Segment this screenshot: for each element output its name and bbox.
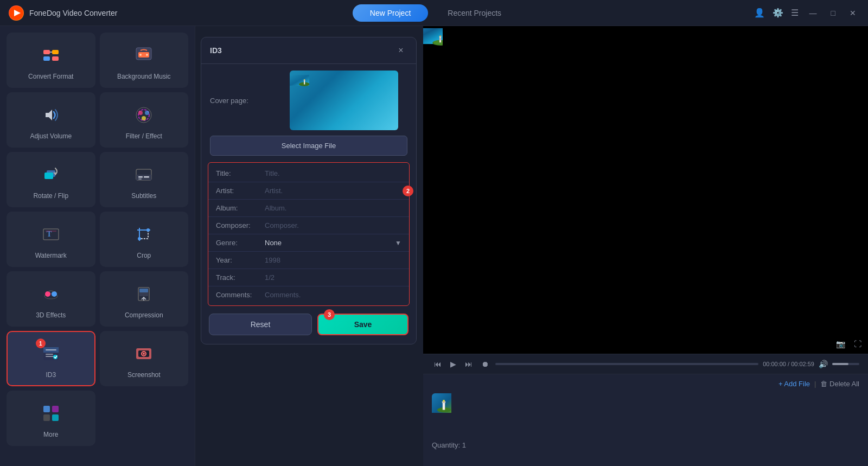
year-input[interactable] bbox=[265, 256, 401, 264]
sidebar-item-more[interactable]: More bbox=[7, 391, 95, 446]
genre-label: Genre: bbox=[216, 239, 265, 247]
comments-input[interactable] bbox=[265, 291, 401, 299]
3d-effects-label: 3D Effects bbox=[36, 311, 66, 319]
svg-point-12 bbox=[138, 111, 143, 115]
save-badge: 3 bbox=[324, 309, 335, 320]
minimize-button[interactable]: — bbox=[806, 8, 820, 18]
crop-icon-box bbox=[131, 221, 157, 247]
svg-rect-66 bbox=[439, 36, 441, 36]
time-current: 00:00:00 bbox=[763, 361, 786, 367]
skip-forward-btn[interactable]: ⏭ bbox=[463, 359, 475, 369]
title-input[interactable] bbox=[265, 169, 401, 177]
id3-fields: Title: Artist: 2 Album: Composer: bbox=[208, 162, 410, 306]
reset-button[interactable]: Reset bbox=[209, 314, 312, 335]
titlebar-center: New Project Recent Projects bbox=[353, 4, 519, 22]
genre-select[interactable]: None Pop Rock Jazz Classical bbox=[265, 239, 395, 247]
add-file-button[interactable]: + Add File bbox=[778, 380, 810, 388]
svg-point-32 bbox=[45, 291, 50, 297]
watermark-icon-box: T bbox=[38, 221, 64, 247]
volume-bar[interactable] bbox=[832, 363, 859, 365]
id3-dialog: ID3 × Cover page: bbox=[201, 37, 417, 344]
fullscreen-corner-btn[interactable]: ⛶ bbox=[852, 339, 864, 349]
recent-projects-tab[interactable]: Recent Projects bbox=[430, 4, 519, 22]
svg-rect-53 bbox=[304, 80, 305, 85]
new-project-tab[interactable]: New Project bbox=[353, 4, 428, 22]
svg-rect-55 bbox=[304, 79, 305, 80]
sidebar-item-subtitles[interactable]: Subtitles bbox=[100, 152, 189, 207]
id3-label: ID3 bbox=[46, 371, 56, 379]
sidebar-item-background-music[interactable]: Background Music bbox=[100, 33, 189, 88]
sidebar-item-rotate-flip[interactable]: Rotate / Flip bbox=[7, 152, 95, 207]
more-icon-box bbox=[38, 400, 64, 426]
svg-rect-2 bbox=[43, 50, 50, 54]
play-btn[interactable]: ▶ bbox=[448, 359, 458, 369]
select-image-button[interactable]: Select Image File bbox=[210, 136, 407, 156]
volume-icon[interactable]: 🔊 bbox=[819, 360, 828, 368]
sidebar-item-3d-effects[interactable]: 3D Effects bbox=[7, 271, 95, 327]
svg-rect-36 bbox=[139, 289, 148, 292]
svg-rect-47 bbox=[43, 406, 50, 412]
cover-image bbox=[290, 71, 398, 130]
artist-label: Artist: bbox=[216, 187, 265, 195]
genre-wrapper: None Pop Rock Jazz Classical ▼ bbox=[265, 239, 401, 247]
genre-dropdown-icon: ▼ bbox=[395, 239, 401, 247]
sidebar-item-compression[interactable]: Compression bbox=[100, 271, 189, 327]
cover-page-label: Cover page: bbox=[210, 97, 248, 105]
artist-row: Artist: 2 bbox=[208, 182, 409, 200]
svg-point-30 bbox=[138, 237, 141, 240]
subtitles-icon-box bbox=[131, 162, 157, 188]
sidebar: Convert Format Background Music bbox=[0, 26, 195, 466]
sidebar-item-crop[interactable]: Crop bbox=[100, 212, 189, 267]
svg-rect-40 bbox=[46, 354, 53, 355]
screenshot-icon-box bbox=[131, 341, 157, 367]
quantity-text: Quantity: 1 bbox=[432, 441, 859, 449]
sidebar-item-convert-format[interactable]: Convert Format bbox=[7, 33, 95, 88]
track-label: Track: bbox=[216, 273, 265, 282]
progress-bar[interactable] bbox=[495, 363, 758, 365]
title-row: Title: bbox=[208, 165, 409, 182]
close-button[interactable]: ✕ bbox=[846, 8, 859, 18]
user-icon[interactable]: 👤 bbox=[754, 8, 765, 18]
sidebar-item-filter-effect[interactable]: Filter / Effect bbox=[100, 92, 189, 148]
sidebar-item-watermark[interactable]: T Watermark bbox=[7, 212, 95, 267]
video-controls: ⏮ ▶ ⏭ ⏺ 00:00:00 / 00:02:59 🔊 bbox=[423, 354, 868, 374]
menu-icon[interactable]: ☰ bbox=[791, 8, 799, 18]
rotate-flip-label: Rotate / Flip bbox=[33, 192, 68, 200]
track-input[interactable] bbox=[265, 273, 401, 282]
composer-label: Composer: bbox=[216, 221, 265, 229]
delete-all-button[interactable]: 🗑 Delete All bbox=[820, 380, 859, 388]
sidebar-item-adjust-volume[interactable]: Adjust Volume bbox=[7, 92, 95, 148]
svg-rect-73 bbox=[442, 401, 445, 403]
svg-point-13 bbox=[145, 111, 149, 115]
maximize-button[interactable]: □ bbox=[828, 8, 839, 18]
skip-back-btn[interactable]: ⏮ bbox=[432, 359, 444, 369]
content-area: ID3 × Cover page: bbox=[195, 26, 868, 466]
svg-rect-20 bbox=[138, 176, 143, 178]
filter-effect-label: Filter / Effect bbox=[126, 132, 162, 140]
composer-input[interactable] bbox=[265, 221, 401, 229]
screenshot-corner-btn[interactable]: 📷 bbox=[834, 339, 847, 349]
artist-input[interactable] bbox=[265, 187, 401, 195]
album-input[interactable] bbox=[265, 204, 401, 212]
svg-rect-72 bbox=[443, 403, 445, 410]
svg-rect-16 bbox=[44, 173, 53, 179]
file-thumbnail-1[interactable] bbox=[432, 393, 475, 437]
album-row: Album: bbox=[208, 200, 409, 217]
sidebar-item-id3[interactable]: 1 ID3 bbox=[7, 331, 95, 386]
settings-icon[interactable]: ⚙️ bbox=[773, 8, 783, 18]
svg-point-29 bbox=[146, 228, 150, 232]
sidebar-item-screenshot[interactable]: Screenshot bbox=[100, 331, 189, 386]
save-btn-wrapper: 3 Save bbox=[317, 314, 409, 335]
rotate-flip-icon-box bbox=[38, 162, 64, 188]
svg-rect-63 bbox=[439, 38, 441, 39]
svg-rect-48 bbox=[52, 406, 59, 412]
dialog-close-button[interactable]: × bbox=[394, 44, 407, 57]
convert-format-label: Convert Format bbox=[28, 73, 73, 80]
svg-rect-3 bbox=[52, 50, 59, 54]
file-panel-header: + Add File | 🗑 Delete All bbox=[432, 380, 859, 388]
cover-image-inner bbox=[290, 71, 398, 130]
year-label: Year: bbox=[216, 256, 265, 264]
loop-btn[interactable]: ⏺ bbox=[479, 359, 491, 369]
comments-row: Comments: bbox=[208, 286, 409, 303]
svg-rect-74 bbox=[443, 400, 445, 401]
